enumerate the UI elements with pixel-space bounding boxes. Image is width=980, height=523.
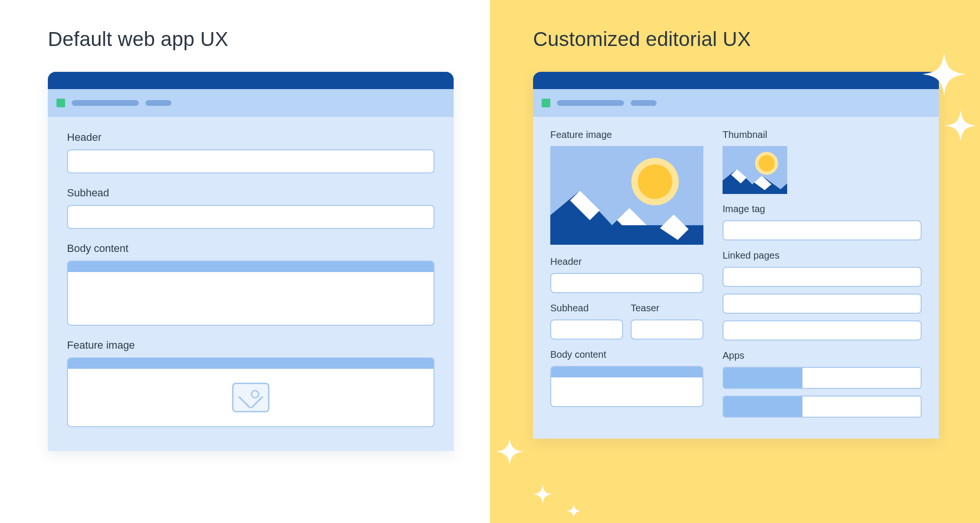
window-titlebar: [48, 72, 454, 89]
label-teaser: Teaser: [631, 303, 703, 314]
thumbnail-preview[interactable]: [723, 146, 787, 194]
field-group-body: Body content: [550, 349, 703, 407]
label-thumbnail: Thumbnail: [723, 129, 922, 140]
input-subhead[interactable]: [67, 205, 434, 229]
input-body-content[interactable]: [550, 366, 703, 407]
input-linked-page[interactable]: [723, 320, 922, 341]
label-body: Body content: [67, 242, 434, 255]
svg-point-2: [638, 164, 672, 199]
window-toolbar: [48, 89, 454, 117]
app-square-icon: [542, 99, 550, 107]
customized-window: Feature image: [533, 72, 939, 439]
window-titlebar: [533, 72, 939, 89]
panel-title-customized: Customized editorial UX: [533, 28, 939, 51]
label-header: Header: [550, 256, 703, 267]
rich-editor-toolbar: [551, 367, 702, 377]
app-square-icon: [56, 99, 65, 107]
label-apps: Apps: [723, 350, 922, 361]
panel-title-default: Default web app UX: [48, 28, 454, 51]
sparkle-icon: [567, 504, 581, 518]
field-group-feature-image: Feature image: [67, 339, 434, 427]
input-subhead[interactable]: [550, 319, 623, 340]
field-group-header: Header: [550, 256, 703, 293]
app-toggle[interactable]: [723, 396, 922, 418]
image-field-toolbar: [68, 358, 434, 369]
default-window: Header Subhead Body content Feature imag…: [48, 72, 454, 451]
label-linked-pages: Linked pages: [723, 250, 922, 261]
sparkle-icon: [923, 53, 966, 96]
input-image-tag[interactable]: [723, 220, 922, 240]
window-body: Header Subhead Body content Feature imag…: [48, 117, 454, 451]
field-group-feature-image: Feature image: [550, 129, 703, 256]
input-body-content[interactable]: [67, 261, 434, 326]
field-group-body: Body content: [67, 242, 434, 326]
field-group-image-tag: Image tag: [723, 204, 922, 240]
toolbar-placeholder-short: [145, 100, 171, 106]
field-group-subhead: Subhead: [67, 187, 434, 229]
input-linked-page[interactable]: [723, 294, 922, 314]
sparkle-icon: [533, 485, 552, 504]
side-column: Thumbnail Image tag: [723, 129, 922, 418]
field-group-apps: Apps: [723, 350, 922, 418]
field-row-subhead-teaser: Subhead Teaser: [550, 303, 703, 340]
sparkle-icon: [945, 110, 976, 141]
svg-point-5: [758, 155, 775, 171]
field-group-linked-pages: Linked pages: [723, 250, 922, 341]
toolbar-placeholder-long: [72, 100, 139, 106]
input-header[interactable]: [67, 149, 434, 173]
input-header[interactable]: [550, 273, 703, 293]
label-body: Body content: [550, 349, 703, 360]
toolbar-placeholder-long: [557, 100, 624, 106]
label-header: Header: [67, 131, 434, 144]
toolbar-placeholder-short: [631, 100, 657, 106]
window-body: Feature image: [533, 117, 939, 439]
input-teaser[interactable]: [631, 319, 703, 340]
rich-editor-toolbar: [68, 262, 434, 272]
label-subhead: Subhead: [550, 303, 623, 314]
app-toggle[interactable]: [723, 367, 922, 389]
input-feature-image[interactable]: [67, 357, 434, 427]
main-column: Feature image: [550, 129, 703, 418]
customized-ux-panel: Customized editorial UX Feature image: [490, 0, 980, 523]
label-image-tag: Image tag: [723, 204, 922, 215]
field-group-header: Header: [67, 131, 434, 173]
image-placeholder-icon: [232, 383, 269, 412]
feature-image-preview[interactable]: [550, 146, 703, 245]
label-feature-image: Feature image: [67, 339, 434, 352]
sparkle-icon: [496, 438, 523, 466]
label-subhead: Subhead: [67, 187, 434, 199]
input-linked-page[interactable]: [723, 267, 922, 287]
window-toolbar: [533, 89, 939, 117]
default-ux-panel: Default web app UX Header Subhead Body c…: [0, 0, 490, 523]
label-feature-image: Feature image: [550, 129, 703, 140]
field-group-thumbnail: Thumbnail: [723, 129, 922, 204]
